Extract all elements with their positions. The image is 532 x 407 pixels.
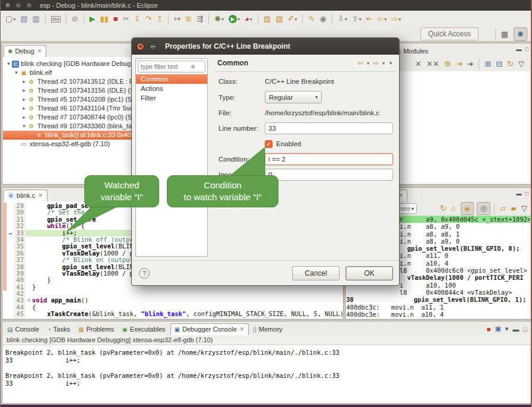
skip-breakpoints-icon[interactable]: ⊘ [70, 14, 80, 24]
open-task-icon[interactable]: ▨ [262, 14, 273, 24]
fold-collapse-icon[interactable]: ⊖ [26, 297, 32, 304]
tab-tasks[interactable]: ◔Tasks [44, 324, 74, 335]
quick-access-button[interactable]: Quick Access [420, 27, 479, 40]
line-number-input[interactable] [265, 122, 393, 134]
tab-problems[interactable]: ▦Problems [75, 324, 118, 335]
forward-icon[interactable]: ⇨▾ [390, 14, 403, 24]
layout-icon[interactable]: ⚙ [442, 59, 453, 70]
tab-debug[interactable]: ✺ Debug ✕ [4, 45, 46, 57]
ignore-count-input[interactable] [265, 169, 393, 181]
terminate-console-icon[interactable]: ■ [487, 326, 491, 333]
close-icon[interactable]: ✕ [38, 193, 43, 198]
window-maximize-icon[interactable]: + [26, 2, 33, 9]
resume-icon[interactable]: ▶ [88, 14, 97, 24]
maximize-icon[interactable]: □ [525, 191, 528, 197]
tab-blink-c[interactable]: c blink.c ✕ [4, 190, 48, 201]
condition-input[interactable] [265, 153, 393, 165]
home-icon[interactable]: ⌂ [449, 203, 458, 214]
tree-expander-icon[interactable]: ▾ [21, 122, 27, 131]
minimize-icon[interactable]: ▬ [517, 191, 522, 197]
back-icon[interactable]: ⇦ [357, 59, 363, 67]
dialog-nav-item-filter[interactable]: Filter [136, 93, 207, 103]
maximize-icon[interactable]: □ [523, 326, 527, 333]
remove-register-group-icon[interactable]: ✕ [413, 59, 423, 70]
next-annotation-icon[interactable]: ⇩▾ [336, 14, 349, 24]
view-menu-icon[interactable]: ▼ [388, 61, 393, 66]
terminate-icon[interactable]: ■ [112, 14, 120, 24]
window-minimize-icon[interactable]: — [15, 2, 22, 9]
close-icon[interactable]: ✕ [240, 326, 245, 332]
step-into-icon[interactable]: ↧ [132, 14, 142, 24]
remove-all-register-groups-icon[interactable]: ✕✕ [425, 59, 441, 70]
select-pointer-icon[interactable]: ➔ [465, 59, 475, 70]
tab-debugger-console[interactable]: ▣Debugger Console✕ [170, 323, 249, 335]
clear-filter-icon[interactable]: ⊗ [191, 64, 195, 70]
instruction-step-icon[interactable]: ↦ [172, 14, 182, 24]
new-wizard-menu-icon[interactable]: ✐▾ [286, 14, 299, 24]
binary-icon[interactable]: 010 [49, 15, 62, 24]
help-icon[interactable]: ? [139, 268, 150, 279]
minimize-icon[interactable]: ▬ [512, 326, 519, 333]
type-dropdown[interactable]: Regular ▾ [265, 91, 322, 103]
tree-expander-icon[interactable]: ▸ [21, 95, 27, 104]
tab-console[interactable]: ▤Console [4, 324, 43, 335]
last-edit-icon[interactable]: ⇤ [364, 14, 374, 24]
new-wizard-icon[interactable]: ▢▾ [4, 14, 17, 24]
dialog-minimize-icon[interactable]: — [149, 43, 157, 51]
expand-all-icon[interactable]: ⊞ [483, 59, 493, 70]
open-folder-icon[interactable]: ▧ [274, 14, 284, 24]
filter-input[interactable] [138, 62, 189, 71]
instruction-mode-icon[interactable]: ⇶ [195, 14, 205, 24]
back-icon[interactable]: ⇦▾ [375, 14, 388, 24]
save-icon[interactable]: ▤ [18, 14, 29, 24]
dialog-nav-item-common[interactable]: Common [136, 74, 207, 84]
annotation-icon[interactable]: ◉ [318, 14, 328, 24]
disassembly-row[interactable]: 38 gpio_set_level(BLINK_GPIO, 1); [346, 296, 530, 303]
window-close-icon[interactable]: ✕ [4, 2, 11, 9]
console-menu-icon[interactable]: ▾ [505, 325, 509, 333]
pin-view-icon[interactable]: ▰ [509, 203, 518, 214]
ok-button[interactable]: OK [346, 266, 393, 280]
back-menu-icon[interactable]: ▾ [367, 61, 369, 66]
tree-expander-icon[interactable]: ▾ [5, 59, 12, 68]
disconnect-icon[interactable]: ✂ [121, 14, 131, 24]
disassembly-row[interactable]: 400dbc3c: movi.n a11, 1 [346, 304, 530, 311]
open-perspective-icon[interactable]: ▦ [498, 28, 511, 40]
code-line[interactable]: 43⊖void app_main() [3, 297, 343, 304]
suspend-icon[interactable]: ▮▮ [99, 14, 110, 24]
tree-expander-icon[interactable]: ▸ [21, 77, 27, 86]
display-selected-console-icon[interactable]: ▣ [495, 325, 501, 333]
debug-perspective-icon[interactable]: ✺ [514, 27, 527, 41]
disassembly-row[interactable]: 400dbc40: call8 0x400dc6c0 <gpio_set_lev… [346, 318, 530, 318]
tab-memory[interactable]: ▯Memory [249, 324, 286, 335]
view-menu-icon[interactable]: ▽ [517, 59, 526, 70]
prev-annotation-icon[interactable]: ⇧▾ [350, 14, 363, 24]
coverage-icon[interactable]: ◕▾ [243, 14, 254, 24]
refresh-view-icon[interactable]: ↻ [438, 203, 448, 214]
disassembly-row[interactable]: 400dbc3e: movi.n a10, 4 [346, 311, 530, 318]
track-expression-icon[interactable]: ◈ [461, 202, 474, 215]
highlight-icon[interactable]: ✎ [306, 14, 316, 24]
minimize-icon[interactable]: ▬ [517, 46, 522, 52]
tree-expander-icon[interactable]: ▸ [21, 113, 27, 122]
console-output[interactable]: Breakpoint 2, blink_task (pvParameter=0x… [3, 345, 530, 387]
restore-default-icon[interactable]: ⇥ [454, 59, 464, 70]
disassembly-row[interactable]: l8 0x400844c4 <vTaskDelay> [346, 289, 530, 296]
view-menu-icon[interactable]: ▽ [520, 203, 529, 214]
collapse-all-icon[interactable]: ⊟ [494, 59, 504, 70]
step-return-icon[interactable]: ↥ [154, 14, 164, 24]
open-new-view-icon[interactable]: ▱ [498, 203, 508, 214]
show-source-icon[interactable]: ◎ [477, 202, 490, 215]
close-icon[interactable]: ✕ [37, 48, 42, 54]
tree-expander-icon[interactable]: ▾ [13, 68, 20, 77]
code-line[interactable]: } [3, 318, 343, 318]
debug-icon[interactable]: ✺▾ [213, 14, 226, 24]
show-source-icon[interactable]: ≣ [183, 14, 194, 24]
cancel-button[interactable]: Cancel [292, 266, 340, 280]
forward-menu-icon[interactable]: ▾ [382, 61, 385, 66]
maximize-icon[interactable]: □ [525, 46, 528, 52]
save-all-icon[interactable]: ▥ [31, 14, 42, 24]
tree-expander-icon[interactable]: ▸ [21, 86, 27, 95]
tree-expander-icon[interactable]: ▸ [21, 104, 27, 113]
refresh-icon[interactable]: ↻ [505, 59, 515, 70]
